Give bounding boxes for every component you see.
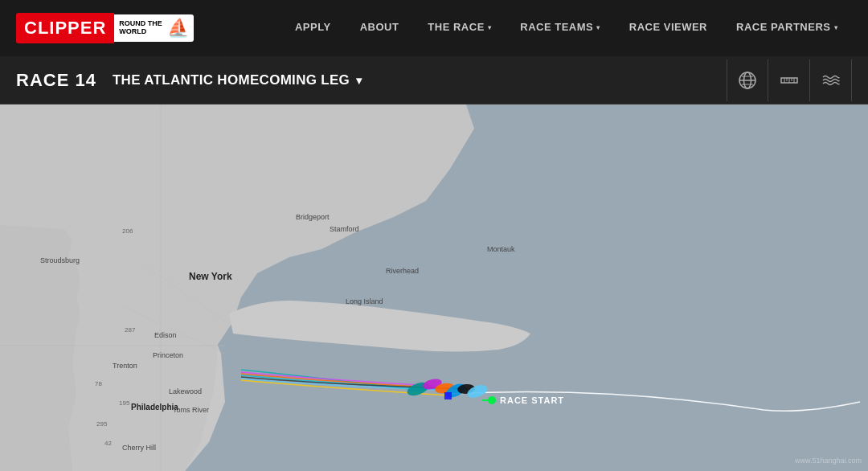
race-title-label: THE ATLANTIC HOMECOMING LEG [113,72,350,88]
watermark: www.51hanghai.com [795,457,862,465]
svg-text:Riverhead: Riverhead [386,267,419,275]
svg-text:Bridgeport: Bridgeport [296,213,330,221]
svg-text:Trenton: Trenton [113,362,137,370]
nav-race-teams[interactable]: RACE TEAMS ▾ [506,0,614,56]
globe-icon [738,71,757,90]
navigation: CLIPPER ROUND THE WORLD ⛵ APPLY ABOUT TH… [0,0,868,56]
svg-text:Long Island: Long Island [346,297,383,305]
svg-text:78: 78 [95,380,102,387]
waves-control[interactable] [810,59,852,101]
svg-text:Cherry Hill: Cherry Hill [122,444,156,452]
logo-rtw-text: ROUND THE WORLD [119,20,162,36]
subbar-left: RACE 14 THE ATLANTIC HOMECOMING LEG ▾ [16,70,362,91]
svg-text:Lakewood: Lakewood [169,387,202,395]
svg-rect-22 [444,392,452,399]
logo-rtw: ROUND THE WORLD ⛵ [114,14,194,42]
sail-icon: ⛵ [167,18,189,39]
chevron-down-icon: ▾ [356,74,362,87]
map-svg: New York Philadelphia Trenton Edison Pri… [0,104,868,471]
svg-text:42: 42 [104,440,112,447]
ruler-icon [780,71,799,90]
map-container[interactable]: New York Philadelphia Trenton Edison Pri… [0,104,868,471]
globe-control[interactable] [727,59,768,101]
svg-text:Montauk: Montauk [487,245,515,253]
svg-text:Toms River: Toms River [173,406,209,414]
nav-the-race[interactable]: THE RACE ▾ [413,0,506,56]
subbar-controls [727,59,852,101]
logo[interactable]: CLIPPER ROUND THE WORLD ⛵ [16,13,194,43]
race-number: RACE 14 [16,70,96,91]
svg-text:Princeton: Princeton [153,351,183,359]
svg-text:Edison: Edison [154,331,177,339]
svg-text:195: 195 [119,399,130,407]
chevron-down-icon: ▾ [596,24,600,31]
nav-race-partners[interactable]: RACE PARTNERS ▾ [722,0,852,56]
nav-race-viewer[interactable]: RACE VIEWER [615,0,722,56]
svg-text:RACE START: RACE START [500,395,564,405]
svg-text:206: 206 [122,227,133,235]
race-title-dropdown[interactable]: THE ATLANTIC HOMECOMING LEG ▾ [113,72,362,88]
ruler-control[interactable] [768,59,810,101]
svg-text:295: 295 [96,420,108,428]
svg-text:New York: New York [189,271,232,282]
svg-text:Stroudsburg: Stroudsburg [40,256,80,264]
chevron-down-icon: ▾ [834,24,838,31]
waves-icon [821,71,841,90]
logo-clipper-text: CLIPPER [16,13,114,43]
race-subbar: RACE 14 THE ATLANTIC HOMECOMING LEG ▾ [0,56,868,104]
chevron-down-icon: ▾ [488,24,492,31]
nav-about[interactable]: ABOUT [346,0,414,56]
nav-links: APPLY ABOUT THE RACE ▾ RACE TEAMS ▾ RACE… [280,0,852,56]
svg-text:Stamford: Stamford [330,225,359,233]
svg-text:Philadelphia: Philadelphia [131,403,178,412]
nav-apply[interactable]: APPLY [280,0,346,56]
svg-text:287: 287 [125,326,136,334]
